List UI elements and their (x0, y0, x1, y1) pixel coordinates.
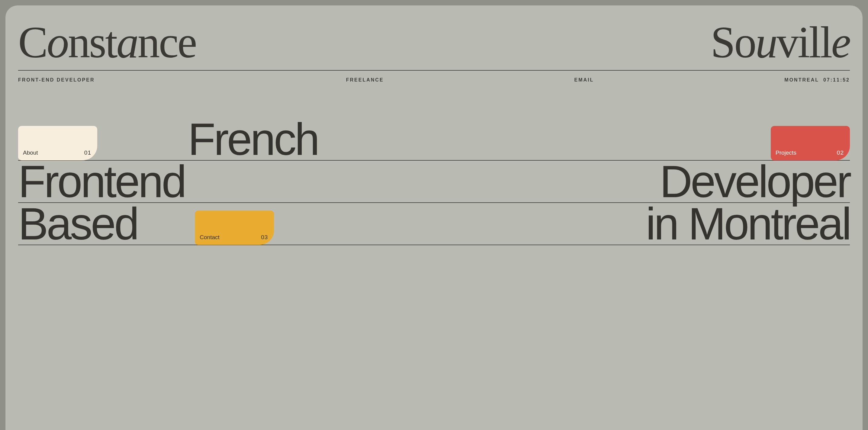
name-row: Constance Souville (18, 20, 850, 65)
hero-word-in-montreal: in Montreal (646, 203, 850, 245)
first-name: Constance (18, 20, 196, 65)
projects-card[interactable]: Projects 02 (771, 126, 850, 160)
hero: About 01 French Projects 02 Frontend Dev… (18, 118, 850, 245)
projects-card-number: 02 (837, 150, 844, 156)
hero-row-1: About 01 French Projects 02 (18, 118, 850, 161)
contact-card[interactable]: Contact 03 (195, 211, 274, 245)
about-card-number: 01 (84, 150, 91, 156)
hero-row-3: Based Contact 03 in Montreal (18, 203, 850, 245)
time-label: 07:11:52 (823, 77, 850, 83)
hero-word-frontend: Frontend (18, 161, 185, 202)
about-card-label: About (23, 150, 38, 156)
last-name: Souville (711, 20, 850, 65)
hero-word-developer: Developer (648, 161, 850, 202)
hero-row-2: Frontend Developer (18, 161, 850, 203)
role-label: FRONT-END DEVELOPER (18, 77, 95, 83)
location-label: MONTREAL (784, 77, 819, 83)
divider (18, 70, 850, 71)
page: Constance Souville FRONT-END DEVELOPER F… (5, 5, 863, 430)
projects-card-label: Projects (776, 150, 797, 156)
contact-card-label: Contact (199, 234, 219, 241)
about-card[interactable]: About 01 (18, 126, 97, 160)
contact-card-number: 03 (261, 234, 268, 241)
email-link[interactable]: EMAIL (529, 77, 594, 83)
hero-right-wrap: in Montreal (646, 203, 850, 245)
location-time: MONTREAL 07:11:52 (784, 77, 850, 83)
hero-word-french: French (188, 118, 318, 160)
hero-word-based: Based (18, 203, 137, 245)
status-label: FREELANCE (274, 77, 384, 83)
meta-row: FRONT-END DEVELOPER FREELANCE EMAIL MONT… (18, 77, 850, 83)
